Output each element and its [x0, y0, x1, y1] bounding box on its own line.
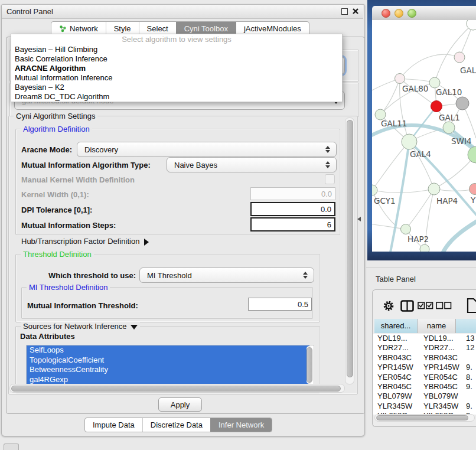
attribute-list-item[interactable]: TopologicalCoefficient — [27, 356, 309, 366]
dpi-tolerance-field[interactable]: 0.0 — [250, 202, 335, 216]
table-row[interactable]: YBR043CYBR043C — [373, 353, 476, 363]
dropdown-item[interactable]: Bayesian – K2 — [11, 83, 342, 92]
table-row[interactable]: YDR27...YDR27...12 — [373, 343, 476, 353]
gear-icon[interactable] — [383, 300, 395, 312]
bottom-left-partial-button[interactable] — [4, 444, 19, 450]
tab-infer-network[interactable]: Infer Network — [210, 418, 272, 432]
mi-threshold-field[interactable]: 0.5 — [248, 298, 312, 311]
network-node[interactable] — [456, 97, 469, 110]
aracne-mode-combo[interactable]: Discovery — [77, 142, 337, 157]
network-node[interactable] — [402, 134, 417, 149]
algorithm-definition-title: Algorithm Definition — [21, 125, 92, 133]
network-node[interactable] — [454, 52, 465, 63]
splitpane-collapse-icon[interactable] — [357, 217, 361, 221]
network-node[interactable] — [443, 122, 455, 133]
column-header-clipped[interactable] — [456, 319, 476, 333]
network-node-label: SWI4 — [451, 136, 472, 146]
hub-definition-expander[interactable]: Hub/Transcription Factor Definition — [21, 237, 149, 246]
hub-definition-label: Hub/Transcription Factor Definition — [21, 237, 139, 246]
table-body: YDL19...YDL19...13YDR27...YDR27...12YBR0… — [373, 334, 476, 415]
network-node[interactable] — [401, 224, 411, 234]
minimize-traffic-light[interactable] — [395, 9, 403, 18]
dropdown-item[interactable]: Mutual Information Inference — [11, 73, 342, 83]
attribute-list-item[interactable]: gal4RGexp — [27, 375, 309, 385]
mi-algorithm-type-label: Mutual Information Algorithm Type: — [21, 161, 151, 169]
dropdown-item-selected[interactable]: ARACNE Algorithm — [11, 64, 342, 73]
table-cell: YER054C — [421, 373, 462, 382]
cyni-settings-title: Cyni Algorithm Settings — [14, 112, 97, 120]
dropdown-item[interactable]: Bayesian – Hill Climbing — [11, 45, 342, 54]
network-node[interactable] — [372, 185, 377, 195]
aracne-mode-label: Aracne Mode: — [21, 145, 72, 154]
table-cell: YLR345W — [373, 402, 421, 411]
mi-steps-field[interactable]: 6 — [250, 217, 335, 231]
control-panel-titlebar — [2, 5, 363, 19]
settings-vertical-scrollbar-thumb[interactable] — [347, 120, 353, 377]
table-cell: YBL079W — [421, 392, 462, 401]
which-threshold-label: Which threshold to use: — [48, 271, 136, 280]
attribute-list-scrollbar — [307, 346, 312, 384]
close-traffic-light[interactable] — [382, 9, 390, 18]
panel-separator — [366, 268, 476, 268]
network-node[interactable] — [428, 183, 440, 195]
network-node[interactable] — [420, 244, 429, 252]
tab-impute-data[interactable]: Impute Data — [85, 418, 142, 432]
attribute-list-item[interactable]: BetweennessCentrality — [27, 365, 309, 375]
dropdown-item[interactable]: Dream8 DC_TDC Algorithm — [11, 92, 342, 102]
column-header-name[interactable]: name — [418, 319, 456, 333]
table-row[interactable]: YDL19...YDL19...13 — [373, 334, 476, 343]
select-all-checkboxes-icon[interactable] — [418, 302, 433, 309]
collapse-down-icon — [131, 325, 138, 330]
table-row[interactable]: YER054CYER054C8. — [373, 373, 476, 382]
column-header-shared-name[interactable]: shared... — [374, 319, 418, 333]
network-node[interactable] — [429, 77, 440, 88]
table-row[interactable]: YPR145WYPR145W9. — [373, 363, 476, 372]
network-node-label: GAL1 — [439, 113, 460, 122]
table-row[interactable]: YBL079WYBL079W — [373, 392, 476, 401]
mi-algorithm-type-combo[interactable]: Naive Bayes — [167, 157, 337, 172]
expand-right-icon — [144, 239, 149, 246]
network-node[interactable] — [468, 146, 476, 163]
network-node[interactable] — [395, 74, 405, 84]
table-cell: YLR345W — [421, 402, 462, 411]
network-node-label: GAL — [460, 66, 476, 75]
settings-horizontal-scrollbar-thumb[interactable] — [11, 386, 341, 392]
table-cell: YBR045C — [421, 382, 462, 392]
table-cell: YBR045C — [373, 382, 421, 392]
close-icon[interactable] — [352, 8, 359, 15]
table-cell: YDL19... — [373, 334, 421, 343]
zoom-traffic-light[interactable] — [407, 9, 416, 18]
network-node[interactable] — [470, 184, 476, 195]
table-row[interactable]: YLR345WYLR345W9. — [373, 402, 476, 411]
dpi-tolerance-label: DPI Tolerance [0,1]: — [21, 206, 92, 214]
export-table-icon[interactable] — [467, 298, 476, 314]
attribute-list-scrollbar-thumb[interactable] — [307, 347, 312, 383]
split-columns-icon[interactable] — [400, 300, 414, 312]
network-canvas[interactable]: GALGAL80GAL10GAL1GAL11SWI4GAL4GCY1HAP4YH… — [372, 20, 476, 252]
window-title: Control Panel — [6, 7, 53, 16]
manual-kernel-width-checkbox[interactable] — [325, 174, 335, 184]
stepper-arrows-icon — [325, 161, 330, 168]
table-cell: 12 — [462, 343, 476, 353]
sources-group-title[interactable]: Sources for Network Inference — [21, 322, 140, 331]
network-node-label: GAL4 — [410, 149, 431, 159]
network-node[interactable] — [431, 101, 442, 112]
attribute-list-item[interactable]: SelfLoops — [27, 345, 309, 356]
cyni-bottom-tabbar: Impute Data Discretize Data Infer Networ… — [84, 418, 272, 432]
table-horizontal-scrollbar-thumb[interactable] — [376, 415, 468, 420]
float-window-icon[interactable] — [341, 8, 348, 15]
table-cell: YDL19... — [421, 334, 462, 343]
deselect-all-checkboxes-icon[interactable] — [436, 302, 452, 309]
table-row[interactable]: YBR045CYBR045C9. — [373, 382, 476, 392]
stepper-arrows-icon — [303, 272, 308, 279]
manual-kernel-width-label: Manual Kernel Width Definition — [21, 175, 135, 184]
table-cell: YDR27... — [421, 343, 462, 353]
kernel-width-field[interactable]: 0.0 — [250, 187, 335, 200]
dropdown-item[interactable]: Basic Correlation Inference — [11, 54, 342, 64]
apply-button[interactable]: Apply — [158, 397, 202, 412]
network-node-label: HAP2 — [407, 234, 429, 244]
tab-discretize-data[interactable]: Discretize Data — [142, 418, 210, 432]
which-threshold-combo[interactable]: MI Threshold — [139, 268, 314, 283]
table-cell: 9. — [462, 402, 476, 411]
data-attributes-list: SelfLoopsTopologicalCoefficientBetweenne… — [26, 345, 314, 386]
